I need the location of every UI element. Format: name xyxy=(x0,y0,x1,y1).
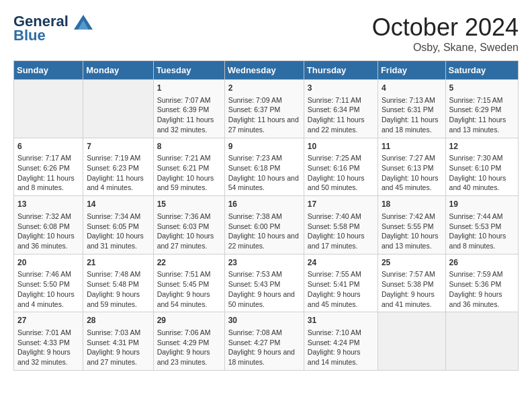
day-info: Sunrise: 7:55 AMSunset: 5:41 PMDaylight:… xyxy=(308,270,361,308)
calendar-cell: 4Sunrise: 7:13 AMSunset: 6:31 PMDaylight… xyxy=(378,80,445,138)
calendar-cell: 16Sunrise: 7:38 AMSunset: 6:00 PMDayligh… xyxy=(224,196,304,255)
calendar-cell: 23Sunrise: 7:53 AMSunset: 5:43 PMDayligh… xyxy=(224,254,304,312)
day-number: 28 xyxy=(87,315,149,326)
calendar-table: SundayMondayTuesdayWednesdayThursdayFrid… xyxy=(13,60,519,371)
day-number: 25 xyxy=(382,257,442,269)
day-info: Sunrise: 7:59 AMSunset: 5:36 PMDaylight:… xyxy=(449,270,503,308)
calendar-cell: 31Sunrise: 7:10 AMSunset: 4:24 PMDayligh… xyxy=(304,312,378,371)
calendar-cell: 24Sunrise: 7:55 AMSunset: 5:41 PMDayligh… xyxy=(304,254,378,312)
day-number: 31 xyxy=(308,315,374,326)
day-info: Sunrise: 7:44 AMSunset: 5:53 PMDaylight:… xyxy=(449,212,506,250)
calendar-cell xyxy=(83,80,153,138)
calendar-cell: 13Sunrise: 7:32 AMSunset: 6:08 PMDayligh… xyxy=(14,196,83,255)
day-number: 20 xyxy=(17,257,79,269)
day-info: Sunrise: 7:10 AMSunset: 4:24 PMDaylight:… xyxy=(308,328,361,366)
location: Osby, Skane, Sweden xyxy=(372,42,519,54)
day-info: Sunrise: 7:11 AMSunset: 6:34 PMDaylight:… xyxy=(308,96,365,134)
weekday-header: Wednesday xyxy=(224,61,304,80)
calendar-cell: 15Sunrise: 7:36 AMSunset: 6:03 PMDayligh… xyxy=(153,196,224,255)
weekday-header: Friday xyxy=(378,61,445,80)
day-info: Sunrise: 7:53 AMSunset: 5:43 PMDaylight:… xyxy=(228,270,295,308)
calendar-cell: 1Sunrise: 7:07 AMSunset: 6:39 PMDaylight… xyxy=(153,80,224,138)
calendar-cell: 3Sunrise: 7:11 AMSunset: 6:34 PMDaylight… xyxy=(304,80,378,138)
day-number: 16 xyxy=(228,199,300,210)
calendar-cell: 14Sunrise: 7:34 AMSunset: 6:05 PMDayligh… xyxy=(83,196,153,255)
calendar-cell: 28Sunrise: 7:03 AMSunset: 4:31 PMDayligh… xyxy=(83,312,153,371)
day-number: 21 xyxy=(87,257,149,269)
weekday-header-row: SundayMondayTuesdayWednesdayThursdayFrid… xyxy=(14,61,519,80)
calendar-cell: 7Sunrise: 7:19 AMSunset: 6:23 PMDaylight… xyxy=(83,138,153,196)
day-info: Sunrise: 7:25 AMSunset: 6:16 PMDaylight:… xyxy=(308,154,365,191)
calendar-week-row: 6Sunrise: 7:17 AMSunset: 6:26 PMDaylight… xyxy=(14,138,519,196)
day-number: 22 xyxy=(157,257,221,269)
calendar-cell xyxy=(14,80,83,138)
logo-icon xyxy=(74,15,93,30)
calendar-cell: 2Sunrise: 7:09 AMSunset: 6:37 PMDaylight… xyxy=(224,80,304,138)
calendar-cell: 12Sunrise: 7:30 AMSunset: 6:10 PMDayligh… xyxy=(445,138,518,196)
day-number: 10 xyxy=(308,141,374,152)
calendar-cell: 30Sunrise: 7:08 AMSunset: 4:27 PMDayligh… xyxy=(224,312,304,371)
calendar-cell: 10Sunrise: 7:25 AMSunset: 6:16 PMDayligh… xyxy=(304,138,378,196)
day-info: Sunrise: 7:21 AMSunset: 6:21 PMDaylight:… xyxy=(157,154,214,191)
calendar-cell: 5Sunrise: 7:15 AMSunset: 6:29 PMDaylight… xyxy=(445,80,518,138)
page-header: General Blue October 2024 Osby, Skane, S… xyxy=(13,13,519,54)
day-number: 3 xyxy=(308,83,374,94)
calendar-cell: 6Sunrise: 7:17 AMSunset: 6:26 PMDaylight… xyxy=(14,138,83,196)
day-number: 29 xyxy=(157,315,221,326)
day-info: Sunrise: 7:36 AMSunset: 6:03 PMDaylight:… xyxy=(157,212,214,250)
day-info: Sunrise: 7:15 AMSunset: 6:29 PMDaylight:… xyxy=(449,96,506,134)
calendar-cell: 18Sunrise: 7:42 AMSunset: 5:55 PMDayligh… xyxy=(378,196,445,255)
day-info: Sunrise: 7:42 AMSunset: 5:55 PMDaylight:… xyxy=(382,212,439,250)
day-number: 14 xyxy=(87,199,149,210)
calendar-cell: 22Sunrise: 7:51 AMSunset: 5:45 PMDayligh… xyxy=(153,254,224,312)
day-number: 26 xyxy=(449,257,515,269)
weekday-header: Tuesday xyxy=(153,61,224,80)
day-number: 7 xyxy=(87,141,149,152)
day-number: 11 xyxy=(382,141,442,152)
day-number: 5 xyxy=(449,83,515,94)
calendar-cell xyxy=(378,312,445,371)
day-number: 12 xyxy=(449,141,515,152)
day-info: Sunrise: 7:08 AMSunset: 4:27 PMDaylight:… xyxy=(228,328,295,366)
day-number: 17 xyxy=(308,199,374,210)
day-info: Sunrise: 7:13 AMSunset: 6:31 PMDaylight:… xyxy=(382,96,439,134)
day-number: 19 xyxy=(449,199,515,210)
weekday-header: Sunday xyxy=(14,61,83,80)
calendar-cell: 29Sunrise: 7:06 AMSunset: 4:29 PMDayligh… xyxy=(153,312,224,371)
day-number: 1 xyxy=(157,83,221,94)
weekday-header: Thursday xyxy=(304,61,378,80)
calendar-cell: 20Sunrise: 7:46 AMSunset: 5:50 PMDayligh… xyxy=(14,254,83,312)
day-info: Sunrise: 7:09 AMSunset: 6:37 PMDaylight:… xyxy=(228,96,299,134)
weekday-header: Saturday xyxy=(445,61,518,80)
day-number: 4 xyxy=(382,83,442,94)
calendar-cell: 9Sunrise: 7:23 AMSunset: 6:18 PMDaylight… xyxy=(224,138,304,196)
day-info: Sunrise: 7:32 AMSunset: 6:08 PMDaylight:… xyxy=(17,212,75,250)
day-number: 30 xyxy=(228,315,300,326)
calendar-cell: 19Sunrise: 7:44 AMSunset: 5:53 PMDayligh… xyxy=(445,196,518,255)
weekday-header: Monday xyxy=(83,61,153,80)
calendar-week-row: 1Sunrise: 7:07 AMSunset: 6:39 PMDaylight… xyxy=(14,80,519,138)
calendar-cell: 26Sunrise: 7:59 AMSunset: 5:36 PMDayligh… xyxy=(445,254,518,312)
day-info: Sunrise: 7:48 AMSunset: 5:48 PMDaylight:… xyxy=(87,270,140,308)
calendar-week-row: 27Sunrise: 7:01 AMSunset: 4:33 PMDayligh… xyxy=(14,312,519,371)
day-info: Sunrise: 7:17 AMSunset: 6:26 PMDaylight:… xyxy=(17,154,75,191)
day-info: Sunrise: 7:51 AMSunset: 5:45 PMDaylight:… xyxy=(157,270,211,308)
day-info: Sunrise: 7:06 AMSunset: 4:29 PMDaylight:… xyxy=(157,328,211,366)
day-info: Sunrise: 7:19 AMSunset: 6:23 PMDaylight:… xyxy=(87,154,144,191)
calendar-cell: 27Sunrise: 7:01 AMSunset: 4:33 PMDayligh… xyxy=(14,312,83,371)
day-info: Sunrise: 7:38 AMSunset: 6:00 PMDaylight:… xyxy=(228,212,299,250)
day-number: 13 xyxy=(17,199,79,210)
day-number: 23 xyxy=(228,257,300,269)
day-info: Sunrise: 7:57 AMSunset: 5:38 PMDaylight:… xyxy=(382,270,435,308)
day-number: 27 xyxy=(17,315,79,326)
calendar-cell: 25Sunrise: 7:57 AMSunset: 5:38 PMDayligh… xyxy=(378,254,445,312)
day-info: Sunrise: 7:03 AMSunset: 4:31 PMDaylight:… xyxy=(87,328,140,366)
day-info: Sunrise: 7:01 AMSunset: 4:33 PMDaylight:… xyxy=(17,328,71,366)
day-info: Sunrise: 7:23 AMSunset: 6:18 PMDaylight:… xyxy=(228,154,299,191)
calendar-week-row: 13Sunrise: 7:32 AMSunset: 6:08 PMDayligh… xyxy=(14,196,519,255)
day-number: 6 xyxy=(17,141,79,152)
calendar-cell: 8Sunrise: 7:21 AMSunset: 6:21 PMDaylight… xyxy=(153,138,224,196)
day-number: 15 xyxy=(157,199,221,210)
day-info: Sunrise: 7:34 AMSunset: 6:05 PMDaylight:… xyxy=(87,212,144,250)
calendar-cell: 21Sunrise: 7:48 AMSunset: 5:48 PMDayligh… xyxy=(83,254,153,312)
